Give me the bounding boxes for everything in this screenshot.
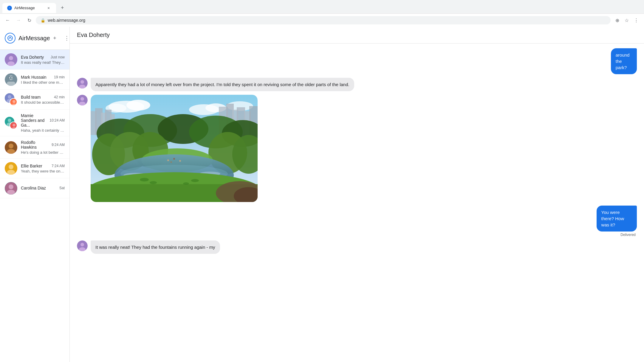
app-title: AirMessage (18, 35, 50, 42)
svg-point-85 (80, 243, 84, 246)
app-container: AirMessage + ⋮ (0, 27, 644, 362)
svg-point-26 (9, 164, 13, 169)
svg-point-30 (7, 190, 15, 195)
conv-name: Mamie Sanders and Ga... (21, 113, 47, 128)
conversation-item[interactable]: Mamie Sanders and Ga... 10:24 AM Haha, y… (0, 110, 69, 136)
message-row-sent: around the park? (77, 48, 637, 74)
conv-header: Rodolfo Hawkins 9:24 AM (21, 140, 65, 150)
svg-point-39 (126, 100, 150, 111)
svg-rect-6 (7, 82, 15, 86)
nav-bar: ← → ↻ 🔒 web.airmessage.org ⊕ ☆ ⋮ (0, 13, 644, 27)
avatar-wrapper (5, 182, 17, 195)
sidebar-header: AirMessage + ⋮ (0, 27, 69, 50)
conv-info: Mark Hussain 19 min I liked the other on… (21, 75, 65, 85)
active-tab[interactable]: ↑ AirMessage × (2, 3, 56, 13)
svg-point-78 (191, 179, 199, 182)
conversation-item[interactable]: Build team 42 min It should be accessibl… (0, 90, 69, 110)
conversation-item[interactable]: Ellie Barker 7:24 AM Yeah, they were the… (0, 159, 69, 178)
conv-header: Mark Hussain 19 min (21, 75, 65, 80)
conv-header: Build team 42 min (21, 95, 65, 100)
avatar (5, 162, 17, 175)
conv-name: Rodolfo Hawkins (21, 140, 49, 150)
conv-info: Ellie Barker 7:24 AM Yeah, they were the… (21, 164, 65, 173)
chat-header: Eva Doherty (70, 27, 644, 43)
conv-info: Build team 42 min It should be accessibl… (21, 95, 65, 105)
svg-point-35 (80, 97, 84, 101)
chat-messages: around the park? Apparently they had a l… (70, 43, 644, 362)
conv-preview: It should be accessible, give it... (21, 100, 65, 105)
conv-name: Ellie Barker (21, 164, 42, 168)
svg-point-79 (183, 182, 189, 185)
conv-name: Build team (21, 95, 41, 100)
avatar-group (5, 93, 17, 106)
message-row-received: Apparently they had a lot of money left … (77, 78, 637, 91)
svg-point-82 (179, 160, 181, 162)
conv-preview: He's doing a lot better now, I... (21, 150, 65, 155)
message-bubble-received: Apparently they had a lot of money left … (91, 78, 354, 91)
chat-contact-name: Eva Doherty (77, 32, 110, 38)
svg-point-27 (7, 170, 15, 175)
menu-button[interactable]: ⋮ (632, 16, 640, 24)
conv-header: Carolina Diaz Sat (21, 186, 65, 190)
avatar-wrapper (5, 73, 17, 86)
conv-name: Mark Hussain (21, 75, 47, 80)
avatar (5, 182, 17, 195)
conversation-item[interactable]: Eva Doherty Just now It was really neat!… (0, 50, 69, 70)
conversation-item[interactable]: Mark Hussain 19 min I liked the other on… (0, 70, 69, 90)
svg-point-29 (9, 184, 13, 189)
svg-point-20 (13, 124, 16, 127)
avatar (5, 53, 17, 66)
message-row-image (77, 95, 637, 202)
svg-point-2 (9, 56, 13, 60)
chat-area: Eva Doherty around the park? Apparently … (70, 27, 644, 362)
forward-button[interactable]: → (14, 16, 23, 24)
message-row-sent-2: You were there? How was it? Delivered (77, 206, 637, 237)
conv-info: Mamie Sanders and Ga... 10:24 AM Haha, y… (21, 113, 65, 133)
avatar-group (5, 117, 17, 129)
zoom-button[interactable]: ⊕ (613, 16, 621, 24)
conv-preview: It was really neat! They had ... (21, 60, 65, 65)
conversation-item[interactable]: Carolina Diaz Sat (0, 178, 69, 198)
message-bubble-sent-2: You were there? How was it? (597, 206, 637, 232)
compose-button[interactable]: + (50, 33, 60, 43)
bookmark-button[interactable]: ☆ (623, 16, 631, 24)
message-row-received-2: It was really neat! They had the fountai… (77, 240, 637, 254)
tab-close-button[interactable]: × (46, 5, 51, 11)
new-tab-button[interactable]: + (57, 2, 68, 13)
sent-bubble-wrapper: around the park? (594, 48, 637, 74)
sidebar: AirMessage + ⋮ (0, 27, 70, 362)
avatar-wrapper (5, 162, 17, 175)
conv-time: 7:24 AM (52, 164, 65, 168)
tab-title: AirMessage (14, 6, 35, 10)
conv-time: 9:24 AM (52, 143, 65, 147)
conversation-item[interactable]: Rodolfo Hawkins 9:24 AM He's doing a lot… (0, 136, 69, 159)
message-avatar (77, 240, 88, 251)
conv-preview: Haha, yeah it certainly won'... (21, 128, 65, 133)
message-image (91, 95, 258, 202)
sent-bubble-wrapper-2: You were there? How was it? Delivered (569, 206, 637, 237)
address-bar[interactable]: 🔒 web.airmessage.org (36, 16, 611, 24)
svg-point-32 (80, 80, 84, 84)
conv-info: Rodolfo Hawkins 9:24 AM He's doing a lot… (21, 140, 65, 155)
conv-header: Ellie Barker 7:24 AM (21, 164, 65, 168)
sidebar-actions: + ⋮ (50, 33, 72, 43)
message-bubble-received-2: It was really neat! They had the fountai… (91, 240, 220, 254)
avatar-wrapper (5, 141, 17, 154)
reload-button[interactable]: ↻ (25, 16, 33, 24)
conv-name: Eva Doherty (21, 55, 44, 60)
svg-point-80 (167, 159, 169, 161)
avatar-wrapper-group (5, 117, 17, 129)
conv-time: 19 min (54, 75, 65, 79)
svg-point-24 (7, 149, 15, 154)
svg-point-76 (140, 178, 149, 181)
conv-preview: I liked the other one more (21, 80, 65, 85)
svg-point-0 (8, 36, 13, 41)
url-text: web.airmessage.org (48, 18, 85, 23)
back-button[interactable]: ← (4, 16, 12, 24)
conv-info: Eva Doherty Just now It was really neat!… (21, 55, 65, 65)
message-avatar (77, 78, 88, 88)
conv-time: 10:24 AM (49, 118, 65, 122)
message-avatar (77, 95, 88, 105)
app-logo-icon (5, 33, 16, 43)
svg-point-14 (13, 100, 16, 103)
